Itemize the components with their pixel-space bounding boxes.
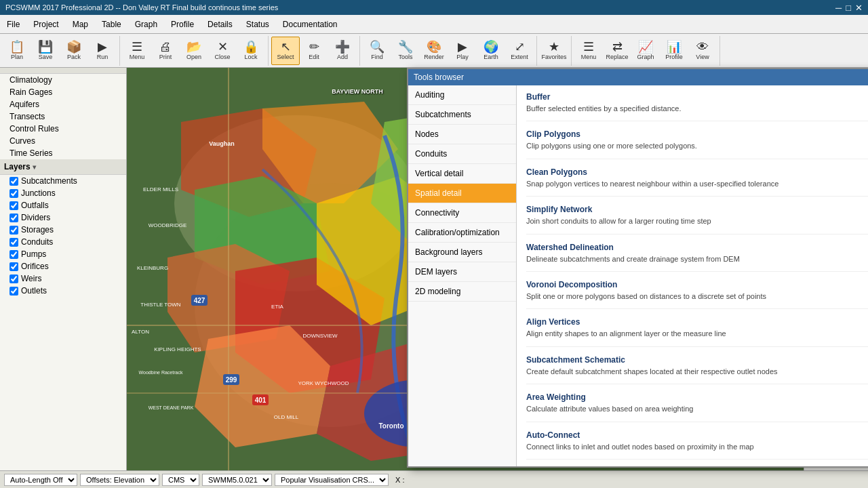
tool-buffer[interactable]: BufferBuffer selected entities by a spec…	[526, 92, 868, 121]
menu-item-graph[interactable]: Graph	[128, 17, 164, 32]
version-combo[interactable]: SWMM5.0.021	[202, 474, 272, 486]
toolbar-btn-lock[interactable]: 🔒Lock	[237, 37, 265, 65]
tool-category-auditing[interactable]: Auditing	[408, 85, 516, 105]
toolbar-btn-render[interactable]: 🎨Render	[420, 37, 448, 65]
tool-category-subcatchments[interactable]: Subcatchments	[408, 105, 516, 125]
menu-item-documentation[interactable]: Documentation	[276, 17, 344, 32]
toolbar-btn-edit[interactable]: ✏Edit	[300, 37, 328, 65]
layer-orifices[interactable]: Orifices	[0, 260, 126, 272]
toolbar-btn-favorites[interactable]: ★Favorites	[540, 37, 568, 65]
toolbar-btn-earth[interactable]: 🌍Earth	[477, 37, 505, 65]
toolbar-btn-menu[interactable]: ☰Menu	[123, 37, 151, 65]
menu-item-details[interactable]: Details	[201, 17, 239, 32]
tool-category-dem-layers[interactable]: DEM layers	[408, 262, 516, 282]
tool-category-background-layers[interactable]: Background layers	[408, 243, 516, 262]
layer-checkbox-orifices[interactable]	[9, 262, 18, 271]
sim-item-time-series[interactable]: Time Series	[0, 147, 126, 159]
sim-item-curves[interactable]: Curves	[0, 135, 126, 147]
extent-icon: ⤢	[515, 41, 525, 53]
toolbar-btn-play[interactable]: ▶Play	[448, 37, 477, 65]
layer-outfalls[interactable]: Outfalls	[0, 199, 126, 211]
toolbar-btn-pack[interactable]: 📦Pack	[60, 37, 88, 65]
window-controls[interactable]: ─ □ ✕	[835, 3, 863, 13]
offsets-combo[interactable]: Offsets: Elevation	[80, 474, 159, 486]
tool-category-nodes[interactable]: Nodes	[408, 125, 516, 144]
tool-align-vertices[interactable]: Align VerticesAlign entity shapes to an …	[526, 317, 868, 346]
layer-dividers[interactable]: Dividers	[0, 211, 126, 224]
layer-checkbox-outfalls[interactable]	[9, 201, 18, 210]
layer-outlets[interactable]: Outlets	[0, 285, 126, 297]
tools-dialog-header: Tools browser ─ ✕	[408, 69, 868, 85]
toolbar-btn-graph[interactable]: 📈Graph	[631, 37, 660, 65]
sim-item-aquifers[interactable]: Aquifers	[0, 98, 126, 110]
earth-icon: 🌍	[484, 41, 498, 53]
run-icon: ▶	[98, 41, 107, 53]
toolbar-btn-run[interactable]: ▶Run	[88, 37, 117, 65]
layer-pumps[interactable]: Pumps	[0, 248, 126, 260]
menu-item-file[interactable]: File	[0, 17, 26, 32]
projection-combo[interactable]: Popular Visualisation CRS...	[275, 474, 389, 486]
minimize-btn[interactable]: ─	[835, 3, 842, 13]
toolbar-btn-open[interactable]: 📂Open	[180, 37, 208, 65]
layer-checkbox-storages[interactable]	[9, 226, 18, 235]
menu-item-status[interactable]: Status	[239, 17, 276, 32]
layers-header[interactable]: Layers ▾	[0, 159, 126, 175]
simulation-options-header[interactable]	[0, 68, 126, 74]
layer-checkbox-outlets[interactable]	[9, 287, 18, 296]
tool-clean-polygons[interactable]: Clean PolygonsSnap polygon vertices to n…	[526, 167, 868, 197]
tool-category-conduits[interactable]: Conduits	[408, 144, 516, 164]
toolbar-btn-plan[interactable]: 📋Plan	[3, 37, 31, 65]
tool-voronoi-decomposition[interactable]: Voronoi DecompositionSplit one or more p…	[526, 280, 868, 309]
layer-checkbox-junctions[interactable]	[9, 189, 18, 198]
layer-checkbox-conduits[interactable]	[9, 238, 18, 247]
svg-text:DOWNSVIEW: DOWNSVIEW	[302, 333, 338, 339]
layer-junctions[interactable]: Junctions	[0, 187, 126, 199]
toolbar-btn-print[interactable]: 🖨Print	[151, 37, 180, 65]
layer-weirs[interactable]: Weirs	[0, 272, 126, 285]
sim-item-climatology[interactable]: Climatology	[0, 74, 126, 86]
toolbar-btn-view[interactable]: 👁View	[688, 37, 717, 65]
tool-clip-polygons[interactable]: Clip PolygonsClip polygons using one or …	[526, 129, 868, 159]
sim-item-control-rules[interactable]: Control Rules	[0, 123, 126, 135]
tool-auto-connect[interactable]: Auto-ConnectConnect links to inlet and o…	[526, 430, 868, 460]
menu-item-profile[interactable]: Profile	[164, 17, 201, 32]
tool-watershed-delineation[interactable]: Watershed DelineationDelineate subcatchm…	[526, 243, 868, 272]
maximize-btn[interactable]: □	[846, 3, 851, 13]
layer-subcatchments[interactable]: Subcatchments	[0, 175, 126, 187]
tool-category-connectivity[interactable]: Connectivity	[408, 203, 516, 223]
tool-category-vertical-detail[interactable]: Vertical detail	[408, 164, 516, 184]
tool-simplify-network[interactable]: Simplify NetworkJoin short conduits to a…	[526, 205, 868, 234]
toolbar-btn-add[interactable]: ➕Add	[328, 37, 357, 65]
toolbar-btn-profile[interactable]: 📊Profile	[660, 37, 688, 65]
toolbar-btn-tools[interactable]: 🔧Tools	[391, 37, 420, 65]
sim-item-rain-gages[interactable]: Rain Gages	[0, 86, 126, 98]
toolbar-btn-find[interactable]: 🔍Find	[363, 37, 391, 65]
menu-item-table[interactable]: Table	[95, 17, 128, 32]
layer-checkbox-subcatchments[interactable]	[9, 177, 18, 186]
toolbar-btn-close[interactable]: ✕Close	[208, 37, 237, 65]
menu-item-project[interactable]: Project	[26, 17, 65, 32]
title-bar: PCSWMM 2017 Professional 2D -- Don Valle…	[0, 0, 868, 15]
tool-category-calibration-optimization[interactable]: Calibration/optimization	[408, 223, 516, 243]
add-icon: ➕	[335, 41, 350, 53]
toolbar-btn-save[interactable]: 💾Save	[31, 37, 60, 65]
crs-combo[interactable]: CMS	[162, 474, 199, 486]
close-btn[interactable]: ✕	[855, 3, 863, 13]
toolbar-group-4: ★Favorites	[540, 36, 572, 66]
layer-checkbox-pumps[interactable]	[9, 250, 18, 259]
tool-category-2d-modeling[interactable]: 2D modeling	[408, 282, 516, 302]
autolength-combo[interactable]: Auto-Length Off	[4, 474, 77, 486]
toolbar-btn-menu[interactable]: ☰Menu	[574, 37, 603, 65]
toolbar-btn-replace[interactable]: ⇄Replace	[603, 37, 631, 65]
toolbar-btn-extent[interactable]: ⤢Extent	[505, 37, 534, 65]
layer-checkbox-weirs[interactable]	[9, 274, 18, 283]
tool-category-spatial-detail[interactable]: Spatial detail	[408, 184, 516, 203]
toolbar-btn-select[interactable]: ↖Select	[271, 37, 300, 65]
sim-item-transects[interactable]: Transects	[0, 110, 126, 123]
layer-storages[interactable]: Storages	[0, 224, 126, 236]
tool-subcatchment-schematic[interactable]: Subcatchment SchematicCreate default sub…	[526, 355, 868, 384]
layer-conduits[interactable]: Conduits	[0, 236, 126, 248]
menu-item-map[interactable]: Map	[66, 17, 95, 32]
tool-area-weighting[interactable]: Area WeightingCalculate attribute values…	[526, 392, 868, 422]
layer-checkbox-dividers[interactable]	[9, 214, 18, 222]
